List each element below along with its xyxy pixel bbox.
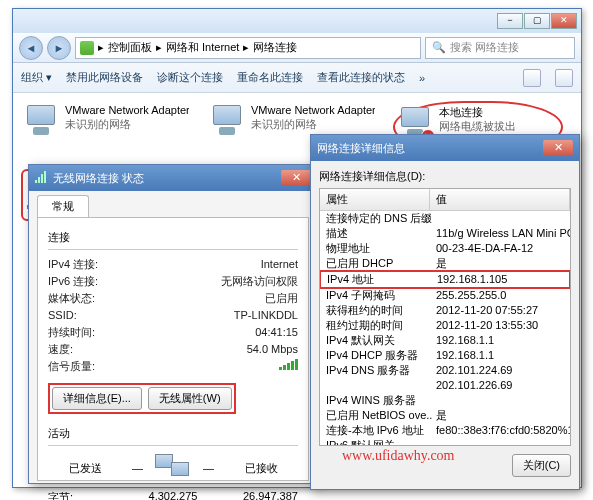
- control-panel-icon: [80, 41, 94, 55]
- details-titlebar: 网络连接详细信息 ✕: [311, 135, 579, 161]
- list-item[interactable]: 连接特定的 DNS 后缀: [320, 211, 570, 226]
- details-close-button[interactable]: ✕: [543, 140, 573, 156]
- more-button[interactable]: »: [419, 72, 425, 84]
- list-item[interactable]: IPv4 地址192.168.1.105: [319, 270, 571, 289]
- adapter-vmnet1[interactable]: VMware Network Adapter VMnet1未识别的网络: [21, 101, 191, 153]
- status-title: 无线网络连接 状态: [53, 171, 144, 186]
- wifi-icon: [35, 171, 49, 185]
- list-item[interactable]: 连接-本地 IPv6 地址fe80::38e3:f76:cfd0:5820%13: [320, 423, 570, 438]
- back-button[interactable]: ◄: [19, 36, 43, 60]
- crumb-network-internet[interactable]: 网络和 Internet: [166, 40, 239, 55]
- activity-icon: [153, 452, 193, 484]
- wireless-props-button[interactable]: 无线属性(W): [148, 387, 232, 410]
- search-placeholder: 搜索 网络连接: [450, 40, 519, 55]
- crumb-network-connections[interactable]: 网络连接: [253, 40, 297, 55]
- connection-heading: 连接: [48, 230, 298, 245]
- navbar: ◄ ► ▸控制面板 ▸网络和 Internet ▸网络连接 🔍搜索 网络连接: [13, 33, 581, 63]
- titlebar: − ▢ ✕: [13, 9, 581, 33]
- forward-button[interactable]: ►: [47, 36, 71, 60]
- list-item[interactable]: 租约过期的时间2012-11-20 13:55:30: [320, 318, 570, 333]
- list-item[interactable]: 物理地址00-23-4E-DA-FA-12: [320, 241, 570, 256]
- diagnose-button[interactable]: 诊断这个连接: [157, 70, 223, 85]
- signal-label: 信号质量:: [48, 358, 132, 375]
- list-item[interactable]: IPv4 默认网关192.168.1.1: [320, 333, 570, 348]
- view-icon[interactable]: [523, 69, 541, 87]
- details-close-btn[interactable]: 关闭(C): [512, 454, 571, 477]
- wifi-status-dialog: 无线网络连接 状态 ✕ 常规 连接 IPv4 连接:Internet IPv6 …: [28, 164, 318, 484]
- details-button-row: 详细信息(E)... 无线属性(W): [48, 383, 236, 414]
- list-item[interactable]: IPv4 WINS 服务器: [320, 393, 570, 408]
- crumb-control-panel[interactable]: 控制面板: [108, 40, 152, 55]
- activity-heading: 活动: [48, 426, 298, 441]
- list-item[interactable]: 获得租约的时间2012-11-20 07:55:27: [320, 303, 570, 318]
- list-item[interactable]: IPv4 DHCP 服务器192.168.1.1: [320, 348, 570, 363]
- list-item[interactable]: 已启用 NetBIOS ove...是: [320, 408, 570, 423]
- watermark: www.ufidawhy.com: [342, 448, 455, 464]
- toolbar: 组织 ▾ 禁用此网络设备 诊断这个连接 重命名此连接 查看此连接的状态 »: [13, 63, 581, 93]
- bytes-sent: 4,302,275: [131, 490, 214, 500]
- details-listbox[interactable]: 属性值 连接特定的 DNS 后缀描述11b/g Wireless LAN Min…: [319, 188, 571, 446]
- details-title: 网络连接详细信息: [317, 141, 405, 156]
- connection-details-dialog: 网络连接详细信息 ✕ 网络连接详细信息(D): 属性值 连接特定的 DNS 后缀…: [310, 134, 580, 490]
- status-close-button[interactable]: ✕: [281, 170, 311, 186]
- sent-label: 已发送: [48, 461, 122, 476]
- search-input[interactable]: 🔍搜索 网络连接: [425, 37, 575, 59]
- bytes-recv: 26,947,387: [215, 490, 298, 500]
- breadcrumb[interactable]: ▸控制面板 ▸网络和 Internet ▸网络连接: [75, 37, 421, 59]
- minimize-button[interactable]: −: [497, 13, 523, 29]
- col-value[interactable]: 值: [430, 189, 570, 210]
- list-item[interactable]: 202.101.226.69: [320, 378, 570, 393]
- organize-button[interactable]: 组织 ▾: [21, 70, 52, 85]
- help-icon[interactable]: [555, 69, 573, 87]
- list-item[interactable]: 描述11b/g Wireless LAN Mini PCI Ex: [320, 226, 570, 241]
- status-titlebar: 无线网络连接 状态 ✕: [29, 165, 317, 191]
- disable-device-button[interactable]: 禁用此网络设备: [66, 70, 143, 85]
- bytes-label: 字节:: [48, 490, 131, 500]
- view-status-button[interactable]: 查看此连接的状态: [317, 70, 405, 85]
- signal-bars-icon: [279, 358, 298, 370]
- details-button[interactable]: 详细信息(E)...: [52, 387, 142, 410]
- list-item[interactable]: IPv4 DNS 服务器202.101.224.69: [320, 363, 570, 378]
- maximize-button[interactable]: ▢: [524, 13, 550, 29]
- details-label: 网络连接详细信息(D):: [319, 169, 571, 184]
- list-item[interactable]: IPv6 默认网关: [320, 438, 570, 446]
- list-item[interactable]: IPv4 子网掩码255.255.255.0: [320, 288, 570, 303]
- list-item[interactable]: 已启用 DHCP是: [320, 256, 570, 271]
- close-button[interactable]: ✕: [551, 13, 577, 29]
- recv-label: 已接收: [224, 461, 298, 476]
- tab-general[interactable]: 常规: [37, 195, 89, 217]
- rename-button[interactable]: 重命名此连接: [237, 70, 303, 85]
- col-property[interactable]: 属性: [320, 189, 430, 210]
